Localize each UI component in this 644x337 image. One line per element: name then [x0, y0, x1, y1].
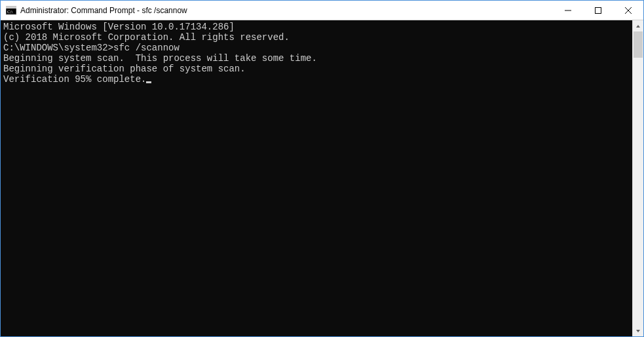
maximize-button[interactable]: [583, 1, 613, 20]
svg-rect-4: [596, 7, 601, 13]
minimize-button[interactable]: [553, 1, 583, 20]
cmd-icon: C:\: [6, 5, 16, 16]
svg-marker-8: [636, 330, 640, 332]
terminal-line: Beginning verification phase of system s…: [3, 64, 630, 74]
close-button[interactable]: [613, 1, 643, 20]
svg-text:C:\: C:\: [7, 9, 13, 14]
vertical-scrollbar[interactable]: [632, 20, 643, 336]
svg-rect-1: [6, 7, 16, 9]
window-title: Administrator: Command Prompt - sfc /sca…: [20, 6, 187, 15]
command-prompt-window: C:\ Administrator: Command Prompt - sfc …: [0, 0, 644, 337]
terminal-line: (c) 2018 Microsoft Corporation. All righ…: [3, 32, 630, 43]
text-cursor: [146, 81, 151, 83]
terminal-output[interactable]: Microsoft Windows [Version 10.0.17134.28…: [1, 20, 632, 336]
terminal-line: Verification 95% complete.: [3, 74, 630, 85]
client-area: Microsoft Windows [Version 10.0.17134.28…: [1, 20, 643, 336]
scroll-up-button[interactable]: [633, 20, 643, 31]
scroll-down-button[interactable]: [633, 325, 643, 336]
svg-marker-7: [636, 25, 640, 28]
titlebar[interactable]: C:\ Administrator: Command Prompt - sfc …: [1, 1, 643, 20]
scroll-track[interactable]: [633, 31, 643, 325]
terminal-line: Microsoft Windows [Version 10.0.17134.28…: [3, 22, 630, 32]
window-controls: [553, 1, 643, 20]
terminal-line: Beginning system scan. This process will…: [3, 53, 630, 64]
terminal-line: C:\WINDOWS\system32>sfc /scannow: [3, 43, 630, 53]
scroll-thumb[interactable]: [634, 31, 643, 58]
